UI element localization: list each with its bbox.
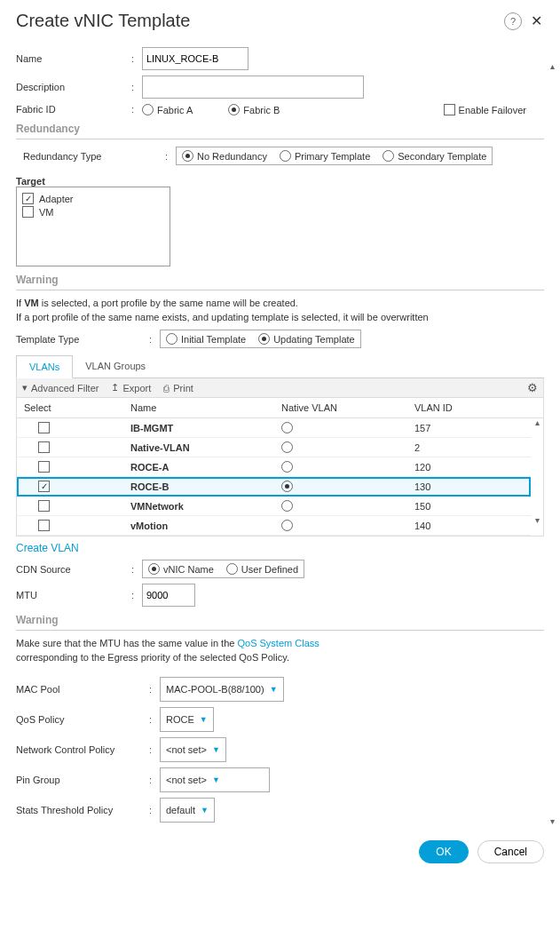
cdn-user-defined-radio[interactable]: User Defined <box>226 563 298 575</box>
description-input[interactable] <box>142 76 364 99</box>
stats-threshold-policy-select[interactable]: default▼ <box>160 798 215 823</box>
name-label: Name <box>16 53 131 64</box>
vm-warning-line2: If a port profile of the same name exist… <box>16 312 544 322</box>
row-name: IB-MGMT <box>130 423 281 433</box>
description-label: Description <box>16 82 131 92</box>
redundancy-heading: Redundancy <box>16 123 544 135</box>
radio-icon <box>280 150 291 162</box>
stats-threshold-policy-label: Stats Threshold Policy <box>16 805 149 815</box>
table-row[interactable]: vMotion140 <box>17 516 531 536</box>
row-select-checkbox[interactable] <box>38 481 50 492</box>
tab-vlan-groups[interactable]: VLAN Groups <box>73 355 158 378</box>
scroll-up-icon[interactable]: ▴ <box>550 62 555 71</box>
chevron-down-icon: ▼ <box>201 806 209 815</box>
print-icon: ⎙ <box>163 383 170 393</box>
row-select-checkbox[interactable] <box>38 461 50 473</box>
mtu-warning-line1: Make sure that the MTU has the same valu… <box>16 638 544 648</box>
scroll-up-icon[interactable]: ▴ <box>535 418 540 427</box>
table-row[interactable]: ROCE-B130 <box>17 477 531 497</box>
primary-template-radio[interactable]: Primary Template <box>280 150 370 162</box>
name-input[interactable] <box>142 47 248 70</box>
print-button[interactable]: ⎙ Print <box>163 383 193 393</box>
enable-failover-checkbox[interactable]: Enable Failover <box>444 104 526 115</box>
fabric-id-label: Fabric ID <box>16 104 131 115</box>
radio-icon <box>258 333 270 345</box>
target-listbox[interactable]: Adapter VM <box>16 187 170 266</box>
vm-warning-line1: If VM is selected, a port profile by the… <box>16 298 544 308</box>
native-vlan-radio[interactable] <box>281 500 293 512</box>
export-button[interactable]: ↥ Export <box>111 382 151 393</box>
warning-heading: Warning <box>16 274 544 286</box>
row-select-checkbox[interactable] <box>38 441 50 453</box>
close-icon[interactable]: ✕ <box>529 12 544 29</box>
help-icon[interactable]: ? <box>504 12 522 30</box>
grid-body: IB-MGMT157Native-VLAN2ROCE-A120ROCE-B130… <box>17 418 543 536</box>
grid-scrollbar[interactable]: ▴ ▾ <box>531 418 543 525</box>
chevron-down-icon: ▼ <box>270 685 278 694</box>
native-vlan-radio[interactable] <box>281 441 293 453</box>
mac-pool-label: MAC Pool <box>16 684 149 695</box>
dialog-title: Create vNIC Template <box>16 11 190 31</box>
qos-system-class-link[interactable]: QoS System Class <box>237 638 319 648</box>
export-icon: ↥ <box>111 382 119 393</box>
cancel-button[interactable]: Cancel <box>477 840 544 863</box>
grid-toolbar: ▾ Advanced Filter ↥ Export ⎙ Print ⚙ <box>16 378 544 398</box>
table-row[interactable]: VMNetwork150 <box>17 497 531 516</box>
no-redundancy-radio[interactable]: No Redundancy <box>182 150 267 162</box>
target-vm-option[interactable]: VM <box>22 206 164 218</box>
scroll-down-icon[interactable]: ▾ <box>550 817 555 826</box>
table-row[interactable]: Native-VLAN2 <box>17 438 531 457</box>
target-adapter-option[interactable]: Adapter <box>22 193 164 204</box>
checkbox-icon <box>444 104 455 115</box>
grid-header-row: Select Name Native VLAN VLAN ID <box>17 398 543 418</box>
row-name: vMotion <box>130 521 281 531</box>
fabric-a-radio[interactable]: Fabric A <box>142 104 193 115</box>
row-vlan-id: 150 <box>414 501 503 512</box>
advanced-filter-button[interactable]: ▾ Advanced Filter <box>22 382 99 393</box>
row-name: ROCE-A <box>130 462 281 473</box>
table-row[interactable]: ROCE-A120 <box>17 457 531 477</box>
redundancy-type-group: No Redundancy Primary Template Secondary… <box>176 147 493 165</box>
pin-group-label: Pin Group <box>16 775 149 785</box>
outer-scrollbar[interactable]: ▴ ▾ <box>546 62 558 826</box>
row-select-checkbox[interactable] <box>38 422 50 433</box>
create-vlan-link[interactable]: Create VLAN <box>16 542 79 554</box>
settings-gear-icon[interactable]: ⚙ <box>527 381 538 394</box>
tab-vlans[interactable]: VLANs <box>16 355 73 378</box>
cdn-vnic-name-radio[interactable]: vNIC Name <box>148 563 214 575</box>
initial-template-radio[interactable]: Initial Template <box>166 333 246 345</box>
mac-pool-select[interactable]: MAC-POOL-B(88/100)▼ <box>160 677 284 702</box>
native-vlan-radio[interactable] <box>281 461 293 473</box>
native-vlan-radio[interactable] <box>281 520 293 531</box>
ok-button[interactable]: OK <box>419 840 468 863</box>
col-vlan-id[interactable]: VLAN ID <box>414 402 503 413</box>
row-select-checkbox[interactable] <box>38 520 50 531</box>
native-vlan-radio[interactable] <box>281 422 293 433</box>
qos-policy-label: QoS Policy <box>16 714 149 725</box>
col-native[interactable]: Native VLAN <box>281 402 414 413</box>
pin-group-select[interactable]: <not set>▼ <box>160 767 270 792</box>
table-row[interactable]: IB-MGMT157 <box>17 418 531 438</box>
vlan-grid: Select Name Native VLAN VLAN ID IB-MGMT1… <box>16 398 544 537</box>
mtu-label: MTU <box>16 590 131 600</box>
network-control-policy-select[interactable]: <not set>▼ <box>160 737 226 762</box>
filter-icon: ▾ <box>22 382 28 393</box>
row-vlan-id: 120 <box>414 462 503 473</box>
fabric-b-radio[interactable]: Fabric B <box>228 104 280 115</box>
radio-icon <box>226 563 238 575</box>
native-vlan-radio[interactable] <box>281 481 293 492</box>
vlan-tabs: VLANs VLAN Groups <box>16 355 544 378</box>
secondary-template-radio[interactable]: Secondary Template <box>383 150 486 162</box>
col-select[interactable]: Select <box>24 402 130 413</box>
qos-policy-select[interactable]: ROCE▼ <box>160 707 214 732</box>
cdn-source-group: vNIC Name User Defined <box>142 560 304 578</box>
template-type-label: Template Type <box>16 334 149 345</box>
row-select-checkbox[interactable] <box>38 500 50 512</box>
network-control-policy-label: Network Control Policy <box>16 744 149 755</box>
radio-icon <box>228 104 240 115</box>
mtu-input[interactable] <box>142 584 195 607</box>
redundancy-type-label: Redundancy Type <box>23 151 165 162</box>
updating-template-radio[interactable]: Updating Template <box>258 333 355 345</box>
scroll-down-icon[interactable]: ▾ <box>535 516 540 525</box>
col-name[interactable]: Name <box>130 402 281 413</box>
